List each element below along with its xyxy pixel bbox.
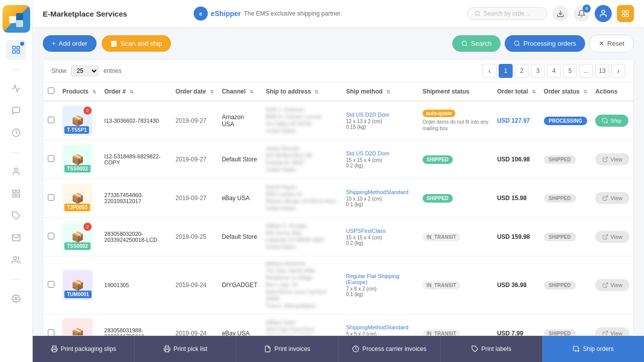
- svg-point-33: [604, 122, 605, 123]
- svg-rect-5: [13, 51, 15, 53]
- download-button[interactable]: [552, 6, 569, 22]
- sidebar-item-orders[interactable]: [6, 40, 26, 60]
- partner-info: e eShipper The EMS exclusive shipping pa…: [194, 7, 342, 21]
- product-cell: 📦 2 T-T5SP1: [58, 101, 100, 140]
- channel-cell: Default Store: [218, 218, 262, 256]
- col-products: Products ⇅: [58, 82, 100, 101]
- print-labels-button[interactable]: Print labels: [441, 336, 543, 362]
- eshipper-logo: e eShipper The EMS exclusive shipping pa…: [194, 7, 342, 21]
- table-row: 📦 TJT0001 283058031988-2038911795018 201…: [43, 314, 633, 336]
- col-shipment-status: Shipment status: [419, 82, 493, 101]
- print-packaging-button[interactable]: Print packaging slips: [33, 336, 135, 362]
- order-total-cell: USD 106.98: [493, 140, 540, 179]
- row-checkbox[interactable]: [48, 233, 54, 239]
- processing-orders-button[interactable]: Processing orders: [505, 35, 585, 52]
- svg-line-17: [478, 15, 479, 16]
- print-pick-button[interactable]: Print pick list: [135, 336, 237, 362]
- reset-icon: ✕: [599, 40, 604, 47]
- search-button[interactable]: Search: [452, 35, 501, 52]
- view-action-button[interactable]: View: [595, 279, 629, 291]
- entries-select[interactable]: 2550100: [71, 65, 99, 76]
- sidebar-item-chat[interactable]: [6, 101, 26, 121]
- page-13-button[interactable]: 13: [595, 64, 609, 78]
- ship-method-cell: Std US D2D Dom 15 x 15 x 4 (cm)0.2 (kg): [342, 140, 419, 179]
- ship-address: Keith J. Gutierrez8806 N. Carmen Coronel…: [266, 107, 338, 135]
- search-box[interactable]: Search by orde...: [467, 7, 547, 20]
- page-3-button[interactable]: 3: [531, 64, 545, 78]
- svg-line-36: [605, 196, 608, 199]
- print-invoices-button[interactable]: Print invoices: [236, 336, 339, 362]
- row-checkbox[interactable]: [48, 155, 54, 162]
- order-number-cell: I13-3036602-7831430: [100, 101, 172, 140]
- svg-rect-3: [13, 46, 15, 49]
- page-5-button[interactable]: 5: [563, 64, 577, 78]
- process-carrier-invoices-button[interactable]: Process carrier invoices: [339, 336, 441, 362]
- ship-method: ShippingMethodStandard: [346, 189, 415, 195]
- page-1-button[interactable]: 1: [499, 64, 513, 78]
- product-sku: T-T5SP1: [64, 126, 89, 134]
- sidebar-item-tag[interactable]: [6, 206, 26, 226]
- svg-rect-24: [111, 41, 112, 46]
- page-2-button[interactable]: 2: [515, 64, 529, 78]
- prev-page-button[interactable]: ‹: [482, 64, 497, 78]
- row-checkbox[interactable]: [48, 117, 54, 123]
- header: E-Marketplace Services e eShipper The EM…: [33, 0, 644, 28]
- ship-orders-icon: [573, 345, 580, 352]
- ship-dims: 12 x 13 x 2 (cm)0.15 (kg): [346, 119, 415, 130]
- view-action-button[interactable]: View: [595, 327, 629, 336]
- channel-cell: eBay USA: [218, 179, 262, 218]
- scan-and-ship-button[interactable]: Scan and ship: [102, 35, 171, 52]
- svg-line-35: [605, 157, 608, 160]
- select-all-checkbox[interactable]: [48, 87, 54, 94]
- svg-line-30: [466, 45, 467, 46]
- shipment-status-cell: auto-quoteOrder items do not fit into an…: [419, 101, 493, 140]
- svg-line-37: [605, 235, 608, 238]
- ship-method-cell: Regular Flat Shipping (Europe) 7 x 8 x 2…: [342, 256, 419, 314]
- ship-orders-button[interactable]: Ship orders: [542, 336, 644, 362]
- actions-cell: View: [591, 140, 633, 179]
- svg-rect-22: [622, 14, 625, 17]
- order-date: 2019-09-27: [176, 117, 214, 124]
- select-all-header: [43, 82, 58, 101]
- product-image: 📦 TUM0001: [62, 270, 93, 300]
- add-order-button[interactable]: + Add order: [43, 35, 97, 52]
- view-action-button[interactable]: View: [595, 153, 629, 165]
- sidebar-item-products[interactable]: [6, 184, 26, 204]
- reset-button[interactable]: ✕ Reset: [589, 35, 634, 52]
- order-date: 2019-09-27: [176, 195, 214, 202]
- order-number: I12-5318489-6829822-COPY: [104, 153, 168, 165]
- svg-point-19: [602, 10, 605, 13]
- svg-rect-26: [114, 41, 114, 46]
- sidebar-item-settings[interactable]: [6, 289, 26, 309]
- ship-action-button[interactable]: Ship: [595, 115, 628, 127]
- auto-quote-note: Order items do not fit into any mailing …: [423, 119, 489, 132]
- col-order-status: Order status ⇅: [540, 82, 592, 101]
- actions-cell: View: [591, 218, 633, 256]
- row-checkbox[interactable]: [48, 194, 54, 201]
- row-checkbox[interactable]: [48, 329, 54, 336]
- order-number: 283058032020-2033924250018-LCD: [104, 231, 168, 243]
- notification-button[interactable]: 8: [574, 6, 590, 22]
- sidebar-item-history[interactable]: [6, 123, 26, 143]
- product-image: 📦 TJP0003: [62, 183, 93, 213]
- svg-rect-28: [116, 41, 116, 46]
- svg-rect-21: [626, 11, 628, 13]
- user-avatar[interactable]: [595, 5, 612, 22]
- status-badge: SHIPPED: [423, 194, 453, 203]
- sidebar-item-mail[interactable]: [6, 228, 26, 248]
- page-4-button[interactable]: 4: [547, 64, 561, 78]
- svg-rect-27: [115, 41, 115, 46]
- next-page-button[interactable]: ›: [611, 64, 625, 78]
- order-date-cell: 2019-09-27: [172, 101, 218, 140]
- row-checkbox[interactable]: [48, 281, 54, 288]
- sidebar-item-analytics[interactable]: [6, 78, 26, 99]
- sidebar-item-user[interactable]: [6, 250, 26, 270]
- product-cell: 📦 TJP0003: [58, 179, 100, 218]
- product-sku: TSS0002: [64, 165, 91, 172]
- view-action-button[interactable]: View: [595, 192, 629, 204]
- order-date-cell: 2019-09-24: [172, 314, 218, 336]
- view-action-button[interactable]: View: [595, 231, 629, 243]
- apps-button[interactable]: [617, 5, 634, 22]
- channel-cell: eBay USA: [218, 314, 262, 336]
- sidebar-item-person[interactable]: [6, 161, 26, 182]
